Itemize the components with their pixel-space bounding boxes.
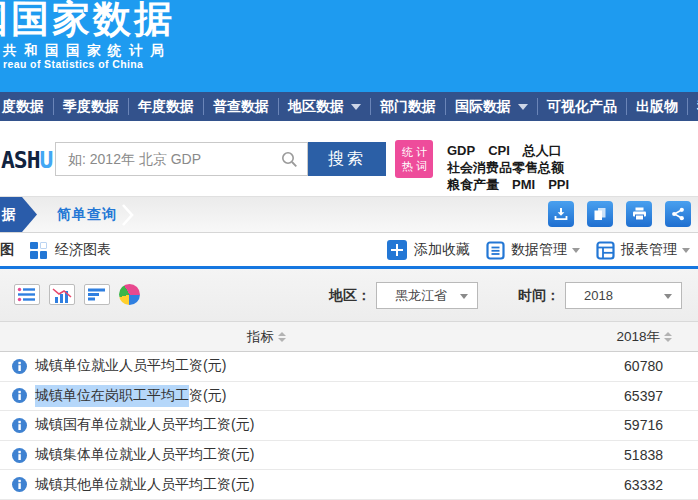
nav-item-visualization[interactable]: 可视化产品 [537,98,626,115]
nav-item-monthly[interactable]: 度数据 [0,98,53,115]
info-icon[interactable] [12,418,27,433]
grid-cell [30,242,38,250]
tab-economic-charts[interactable]: 经济图表 [55,241,111,259]
chevron-down-icon [664,294,672,299]
indicator-value: 65397 [624,388,698,404]
info-icon[interactable] [12,388,27,403]
nav-item-departmental[interactable]: 部门数据 [370,98,445,115]
economic-charts-icon [30,242,47,259]
hbar-view-icon[interactable] [84,284,110,305]
add-favorite-link[interactable]: 添加收藏 [414,241,470,259]
print-button[interactable] [626,201,652,227]
table-row[interactable]: 城镇集体单位就业人员平均工资(元) 51838 [0,441,698,471]
table-row[interactable]: 城镇国有单位就业人员平均工资(元) 59716 [0,411,698,441]
search-button[interactable]: 搜索 [308,142,386,176]
bar-chart-view-icon[interactable] [49,284,75,305]
list-view-icon[interactable] [14,284,40,305]
site-logo-text: 国国家数据 [0,0,175,45]
logo-part-dark: ASH [1,147,40,173]
indicator-name: 资(元) [189,387,226,405]
data-manage-icon[interactable] [486,241,505,260]
indicator-value: 51838 [624,447,698,463]
table-header: 指标 2018年 [0,322,698,352]
indicator-name: 城镇单位就业人员平均工资(元) [35,357,226,375]
stats-data-page: 国国家数据 共和国国家统计局 reau of Statistics of Chi… [0,0,698,500]
nav-label: 季度数据 [63,98,119,116]
indicator-name: 城镇其他单位就业人员平均工资(元) [35,476,254,494]
hot-term-grain[interactable]: 粮食产量 [447,176,499,193]
nav-item-international[interactable]: 国际数据 [445,98,537,115]
nav-item-census[interactable]: 普查数据 [203,98,278,115]
chevron-down-icon [351,104,361,110]
info-icon[interactable] [12,477,27,492]
nav-label: 部门数据 [380,98,436,116]
nav-item-favorites[interactable]: 我的收藏 [687,98,698,115]
nav-item-publications[interactable]: 出版物 [626,98,687,115]
column-year-label: 2018年 [616,328,660,346]
pie-chart-view-icon[interactable] [119,284,140,305]
nav-item-quarterly[interactable]: 季度数据 [53,98,128,115]
search-input[interactable] [56,151,281,167]
sort-icon[interactable] [664,332,672,342]
list-view-glyph [17,287,37,302]
table-row[interactable]: 城镇其他单位就业人员平均工资(元) 63332 [0,470,698,500]
hot-term-pmi[interactable]: PMI [512,176,535,193]
chevron-down-icon [460,294,468,299]
nav-label: 年度数据 [138,98,194,116]
nav-item-regional[interactable]: 地区数据 [278,98,370,115]
region-filter-label: 地区： [329,287,371,305]
search-icon [281,151,298,168]
tab-simple-query[interactable]: 简单查询 [57,197,117,232]
chevron-down-icon [518,104,528,110]
region-select[interactable]: 黑龙江省 [376,282,478,309]
hot-term-gdp[interactable]: GDP [447,142,475,159]
filters: 地区： 黑龙江省 时间： 2018 [329,269,682,322]
report-manage-link[interactable]: 报表管理 [621,241,677,259]
top-nav: 度数据 季度数据 年度数据 普查数据 地区数据 部门数据 国际数据 可视化产品 … [0,92,698,121]
hbar-glyph [87,287,107,302]
hot-term-population[interactable]: 总人口 [523,142,562,159]
table-row[interactable]: 城镇单位在岗职工平均工资(元) 65397 [0,382,698,412]
nav-label: 出版物 [636,98,678,116]
indicator-table: 城镇单位就业人员平均工资(元) 60780 城镇单位在岗职工平均工资(元) 65… [0,352,698,500]
logo-part-light: U [40,147,53,173]
hot-terms-badge[interactable]: 统计 热词 [395,140,433,178]
badge-line: 热词 [402,159,430,173]
nav-label: 普查数据 [213,98,269,116]
sub-nav: 图 经济图表 添加收藏 数据管理 报表管理 [0,234,698,266]
nav-label: 可视化产品 [547,98,617,116]
download-button[interactable] [548,201,574,227]
indicator-value: 60780 [624,358,698,374]
bar-chart-glyph [52,287,72,303]
data-manage-link[interactable]: 数据管理 [511,241,567,259]
bureau-name-en: reau of Statistics of China [3,58,143,70]
hot-term-retail[interactable]: 社会消费品零售总额 [447,159,564,176]
site-header: 国国家数据 共和国国家统计局 reau of Statistics of Chi… [0,0,698,92]
hot-term-ppi[interactable]: PPI [548,176,569,193]
hot-search-terms: GDPCPI总人口社会消费品零售总额 粮食产量PMIPPI [447,142,697,193]
shuju-logo: ASHU [1,147,52,173]
time-select[interactable]: 2018 [565,282,682,309]
filter-bar: 地区： 黑龙江省 时间： 2018 [0,269,698,322]
info-icon[interactable] [12,359,27,374]
chevron-down-icon[interactable] [572,248,580,253]
region-value: 黑龙江省 [395,287,447,305]
chevron-down-icon[interactable] [682,248,690,253]
view-switcher [14,284,140,305]
nav-item-annual[interactable]: 年度数据 [128,98,203,115]
tab-active-data[interactable]: 据 [0,197,37,232]
report-manage-icon[interactable] [596,241,615,260]
column-indicator-label: 指标 [247,328,274,346]
share-icon [671,207,685,221]
time-value: 2018 [584,288,613,303]
plus-icon[interactable] [387,240,407,260]
info-icon[interactable] [12,448,27,463]
share-button[interactable] [665,201,691,227]
copy-button[interactable] [587,201,613,227]
indicator-name: 城镇国有单位就业人员平均工资(元) [35,416,254,434]
table-row[interactable]: 城镇单位就业人员平均工资(元) 60780 [0,352,698,382]
column-indicator: 指标 [0,328,533,346]
hot-term-cpi[interactable]: CPI [488,142,510,159]
print-icon [632,207,647,221]
sort-icon[interactable] [278,332,286,342]
